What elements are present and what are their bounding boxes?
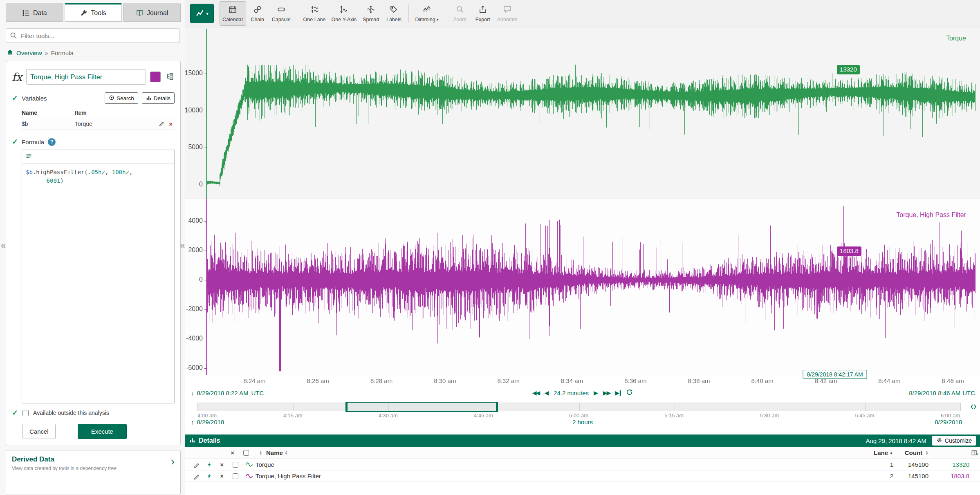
toolbar-item-one-lane[interactable]: One Lane bbox=[301, 1, 329, 26]
fx-icon: fx bbox=[12, 72, 22, 83]
toolbar-item-calendar[interactable]: Calendar bbox=[220, 1, 246, 26]
range-tick bbox=[579, 403, 580, 411]
step-forward-button[interactable]: ▶ bbox=[594, 390, 598, 396]
breadcrumb: Overview » Formula bbox=[7, 49, 181, 57]
toolbar-item-one-y-axis[interactable]: One Y-Axis bbox=[329, 1, 360, 26]
toolbar-separator bbox=[297, 4, 297, 22]
range-start-tz-link[interactable]: UTC bbox=[251, 390, 264, 396]
edit-item-icon[interactable] bbox=[190, 461, 203, 468]
column-count-label[interactable]: Count bbox=[905, 449, 922, 456]
edit-item-icon[interactable] bbox=[190, 473, 203, 479]
code-token: .highPassFilter( bbox=[33, 169, 88, 175]
labels-icon bbox=[389, 5, 398, 15]
step-to-end-button[interactable]: ▶ bbox=[615, 390, 621, 396]
step-back-fast-button[interactable]: ◀◀ bbox=[532, 390, 540, 396]
toolbar-item-export[interactable]: Export bbox=[471, 1, 494, 26]
remove-variable-icon[interactable]: × bbox=[167, 121, 175, 128]
sort-count-icon[interactable]: ▲▼ bbox=[925, 450, 928, 455]
toolbar-item-label: Chain bbox=[251, 17, 264, 22]
breadcrumb-overview-link[interactable]: Overview bbox=[16, 49, 42, 56]
details-timestamp: Aug 29, 2018 8:42 AM bbox=[866, 437, 926, 444]
investigate-range-row: ↑ 8/29/2018 2 hours 8/29/2018 bbox=[185, 417, 980, 429]
range-up-icon[interactable]: ↑ bbox=[191, 419, 194, 426]
tab-tools[interactable]: Tools bbox=[65, 3, 122, 22]
cancel-button[interactable]: Cancel bbox=[22, 424, 56, 439]
chain-icon bbox=[253, 5, 262, 15]
navigator-duration-link[interactable]: 2 hours bbox=[572, 419, 593, 426]
execute-button[interactable]: Execute bbox=[78, 424, 127, 439]
column-name-label[interactable]: Name bbox=[266, 449, 283, 456]
sort-name-icon[interactable]: ▲▼ bbox=[285, 450, 288, 455]
editor-lines-icon[interactable] bbox=[25, 152, 32, 161]
range-end-link[interactable]: 8/29/2018 8:46 AM bbox=[909, 390, 960, 396]
signal-icon[interactable] bbox=[243, 473, 256, 479]
range-end-tz-link[interactable]: UTC bbox=[962, 390, 975, 396]
code-token: ) bbox=[60, 177, 63, 184]
range-tick bbox=[293, 403, 294, 411]
refresh-icon[interactable] bbox=[626, 389, 633, 397]
annotate-icon bbox=[503, 5, 512, 15]
filter-tools-input[interactable] bbox=[6, 28, 180, 43]
auto-update-icon[interactable] bbox=[203, 461, 215, 468]
toolbar-separator bbox=[408, 4, 409, 22]
display-range-bar: ↓ 8/29/2018 8:22 AM UTC ◀◀ ◀ 24.2 minute… bbox=[185, 386, 980, 401]
range-start-icon[interactable]: ↓ bbox=[191, 390, 194, 396]
sort-selection-icon[interactable]: ▲▼ bbox=[253, 450, 266, 455]
formula-help-icon[interactable]: ? bbox=[48, 138, 56, 146]
step-duration-link[interactable]: 24.2 minutes bbox=[554, 390, 589, 396]
available-outside-label: Available outside this analysis bbox=[33, 410, 109, 416]
auto-update-icon[interactable] bbox=[203, 473, 215, 479]
remove-item-icon[interactable]: × bbox=[215, 462, 228, 468]
sidebar-collapse-icon[interactable]: « bbox=[1, 240, 6, 251]
toolbar-item-zoom[interactable]: Zoom bbox=[449, 1, 471, 26]
tab-data[interactable]: Data bbox=[6, 3, 63, 22]
formula-name-input[interactable] bbox=[26, 69, 146, 85]
step-forward-fast-button[interactable]: ▶▶ bbox=[603, 390, 610, 396]
customize-button[interactable]: Customize bbox=[932, 436, 976, 446]
column-lane-label[interactable]: Lane bbox=[874, 449, 888, 456]
toolbar-item-chain[interactable]: Chain bbox=[246, 1, 269, 26]
toolbar-item-spread[interactable]: Spread bbox=[359, 1, 382, 26]
tools-sidebar: Data Tools Journal bbox=[0, 0, 185, 495]
add-column-icon[interactable] bbox=[969, 449, 980, 457]
color-swatch[interactable] bbox=[150, 72, 161, 82]
display-type-button[interactable]: ▾ bbox=[190, 4, 214, 23]
search-variables-button[interactable]: Search bbox=[105, 92, 138, 104]
details-variables-button[interactable]: Details bbox=[142, 92, 175, 104]
remove-all-icon[interactable]: × bbox=[226, 450, 239, 456]
toolbar-item-dimming[interactable]: Dimming▾ bbox=[412, 1, 441, 26]
table-row[interactable]: ×Torque114510013320 bbox=[185, 459, 980, 470]
range-start-link[interactable]: 8/29/2018 8:22 AM bbox=[197, 390, 249, 396]
navigator-date-left[interactable]: 8/29/2018 bbox=[197, 419, 224, 426]
chevron-right-icon[interactable]: › bbox=[171, 456, 175, 467]
breadcrumb-separator: » bbox=[45, 49, 48, 56]
available-outside-checkbox[interactable] bbox=[22, 410, 29, 416]
edit-variable-icon[interactable] bbox=[157, 120, 167, 128]
toolbar-item-capsule[interactable]: Capsule bbox=[269, 1, 294, 26]
home-icon[interactable] bbox=[7, 49, 13, 57]
toolbar-item-annotate[interactable]: Annotate bbox=[494, 1, 520, 26]
derived-data-section[interactable]: Derived Data View data created by tools … bbox=[6, 450, 181, 495]
asset-tree-icon[interactable] bbox=[165, 72, 175, 83]
navigator-date-right[interactable]: 8/29/2018 bbox=[935, 419, 962, 426]
code-token: 100hz bbox=[112, 169, 129, 175]
step-back-button[interactable]: ◀ bbox=[544, 390, 549, 396]
toolbar-item-labels[interactable]: Labels bbox=[382, 1, 405, 26]
sort-lane-asc-icon[interactable]: ▲ bbox=[889, 450, 893, 455]
toolbar-separator bbox=[445, 4, 445, 22]
trend-chart[interactable]: 050001000015000400020000-2000-4000-60008… bbox=[185, 27, 980, 386]
signal-icon[interactable] bbox=[243, 461, 256, 468]
tab-journal[interactable]: Journal bbox=[123, 3, 181, 22]
range-resize-icon[interactable] bbox=[970, 403, 977, 412]
wrench-icon bbox=[80, 9, 87, 17]
select-all-checkbox[interactable] bbox=[243, 450, 249, 456]
formula-code-area[interactable]: $b.highPassFilter(.05hz, 100hz, 6001) bbox=[22, 164, 174, 403]
toolbar-item-label: One Y-Axis bbox=[332, 17, 357, 22]
select-item-checkbox[interactable] bbox=[233, 462, 238, 468]
table-row[interactable]: ×Torque, High Pass Filter21451001803.8 bbox=[185, 470, 980, 482]
remove-item-icon[interactable]: × bbox=[215, 473, 228, 479]
panel-collapse-icon[interactable]: « bbox=[180, 240, 185, 251]
select-item-checkbox[interactable] bbox=[233, 473, 238, 479]
range-selection-handle[interactable] bbox=[346, 402, 498, 412]
range-track[interactable] bbox=[197, 403, 961, 411]
